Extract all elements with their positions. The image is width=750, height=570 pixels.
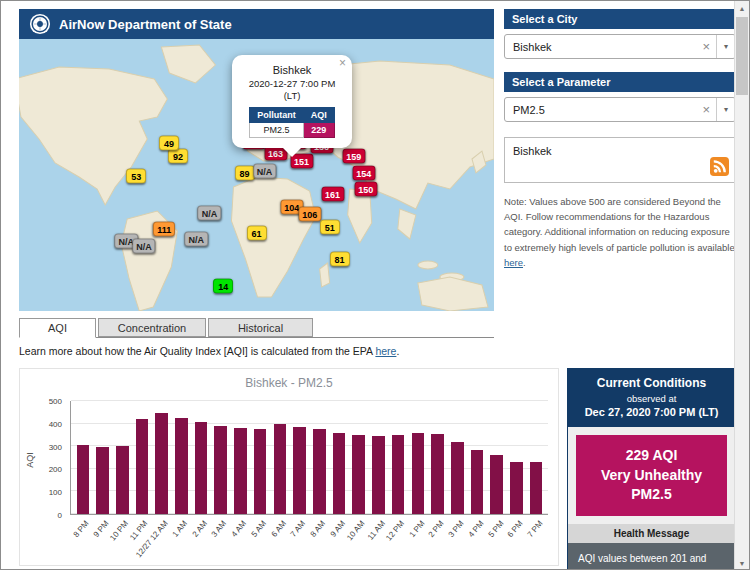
rss-box: Bishkek bbox=[504, 137, 736, 183]
popup-close-icon[interactable]: × bbox=[339, 57, 346, 69]
city-clear-icon[interactable]: × bbox=[696, 39, 716, 54]
x-axis-tick-label: 7 PM bbox=[526, 519, 545, 539]
aqi-badge-pollutant: PM2.5 bbox=[580, 485, 723, 505]
aqi-marker[interactable]: 154 bbox=[352, 166, 375, 181]
chart-bar[interactable] bbox=[510, 462, 523, 514]
dos-seal-icon bbox=[29, 13, 51, 35]
chart-bar[interactable] bbox=[333, 433, 346, 514]
aqi-marker[interactable]: 111 bbox=[153, 222, 175, 237]
note-suffix: . bbox=[523, 257, 526, 268]
x-axis-tick-label: 3 AM bbox=[210, 519, 229, 539]
aqi-marker[interactable]: N/A bbox=[184, 231, 208, 246]
chart-yaxis: 0100200300400500 bbox=[38, 401, 66, 515]
aqi-marker[interactable]: 81 bbox=[330, 252, 350, 267]
city-dropdown-arrow-icon[interactable]: ▾ bbox=[716, 35, 735, 58]
tab-historical[interactable]: Historical bbox=[208, 318, 313, 337]
popup-aqi-value: 229 bbox=[303, 122, 334, 137]
rss-icon[interactable] bbox=[710, 157, 729, 176]
aqi-marker[interactable]: 61 bbox=[247, 225, 267, 240]
popup-table: Pollutant AQI PM2.5 229 bbox=[249, 107, 335, 138]
x-axis-tick-label: 1 AM bbox=[170, 519, 189, 539]
note-link[interactable]: here bbox=[504, 257, 523, 268]
sidebar: Select a City Bishkek × ▾ Select a Param… bbox=[504, 9, 736, 357]
content: AirNow Department of State bbox=[19, 9, 736, 570]
aqi-marker[interactable]: 159 bbox=[342, 148, 365, 163]
parameter-select[interactable]: PM2.5 × ▾ bbox=[504, 97, 736, 122]
popup-pollutant-value: PM2.5 bbox=[250, 122, 304, 137]
aqi-marker[interactable]: 89 bbox=[235, 166, 255, 181]
x-axis-tick-label: 3 PM bbox=[447, 519, 466, 539]
parameter-select-value: PM2.5 bbox=[513, 104, 696, 116]
aqi-marker[interactable]: 161 bbox=[321, 187, 344, 202]
observed-at-datetime: Dec 27, 2020 7:00 PM (LT) bbox=[572, 406, 731, 418]
city-select[interactable]: Bishkek × ▾ bbox=[504, 34, 736, 59]
popup-datetime-line2: (LT) bbox=[238, 90, 346, 102]
aqi-badge-category: Very Unhealthy bbox=[580, 466, 723, 486]
city-select-value: Bishkek bbox=[513, 41, 696, 53]
chart-bar[interactable] bbox=[372, 436, 385, 514]
aqi-marker[interactable]: 14 bbox=[213, 278, 233, 293]
parameter-clear-icon[interactable]: × bbox=[696, 102, 716, 117]
chart-bar[interactable] bbox=[77, 445, 90, 514]
current-conditions-panel: Current Conditions observed at Dec 27, 2… bbox=[567, 368, 736, 570]
aqi-marker[interactable]: N/A bbox=[253, 163, 277, 178]
chart-bar[interactable] bbox=[136, 419, 149, 514]
learn-more-suffix: . bbox=[396, 345, 399, 357]
scrollbar-track[interactable]: ▲ ▼ bbox=[734, 1, 749, 570]
chart-bar[interactable] bbox=[471, 450, 484, 514]
health-message-text: AQI values between 201 and 300 trigger a… bbox=[568, 543, 735, 570]
chart-bar[interactable] bbox=[412, 433, 425, 514]
world-map[interactable]: 539249N/AN/A11189N/A158163169151156N/AN/… bbox=[19, 39, 494, 311]
parameter-dropdown-arrow-icon[interactable]: ▾ bbox=[716, 98, 735, 121]
popup-col-pollutant: Pollutant bbox=[250, 107, 304, 122]
aqi-marker[interactable]: 49 bbox=[159, 135, 179, 150]
chart-bar[interactable] bbox=[234, 428, 247, 514]
x-axis-tick-label: 2 AM bbox=[190, 519, 209, 539]
chart-bar[interactable] bbox=[392, 435, 405, 514]
y-axis-tick-label: 400 bbox=[49, 419, 62, 428]
chart-bar[interactable] bbox=[451, 442, 464, 514]
rss-city-label: Bishkek bbox=[513, 145, 552, 157]
chart-bar[interactable] bbox=[490, 455, 503, 514]
tab-bar: AQI Concentration Historical bbox=[19, 318, 494, 338]
chart-bar[interactable] bbox=[195, 422, 208, 514]
chart-bar[interactable] bbox=[274, 424, 287, 514]
note-prefix: Note: Values above 500 are considered Be… bbox=[504, 196, 735, 253]
parameter-select-header: Select a Parameter bbox=[504, 72, 736, 92]
scroll-down-icon[interactable]: ▼ bbox=[735, 556, 749, 570]
city-select-header: Select a City bbox=[504, 9, 736, 29]
chart-bar[interactable] bbox=[293, 427, 306, 514]
y-axis-tick-label: 0 bbox=[58, 511, 62, 520]
tab-concentration[interactable]: Concentration bbox=[98, 318, 206, 337]
scroll-up-icon[interactable]: ▲ bbox=[735, 1, 749, 16]
tab-aqi[interactable]: AQI bbox=[19, 318, 96, 338]
x-axis-tick-label: 10 AM bbox=[345, 519, 366, 542]
x-axis-tick-label: 5 PM bbox=[486, 519, 505, 539]
scrollbar-thumb[interactable] bbox=[736, 17, 748, 95]
chart-bar[interactable] bbox=[175, 418, 188, 514]
chart-bar[interactable] bbox=[155, 413, 168, 514]
x-axis-tick-label: 5 AM bbox=[249, 519, 268, 539]
chart-bar[interactable] bbox=[254, 429, 267, 514]
health-message-label: Health Message bbox=[568, 524, 735, 543]
chart-bar[interactable] bbox=[530, 462, 543, 514]
aqi-marker[interactable]: 53 bbox=[126, 169, 146, 184]
aqi-marker[interactable]: 51 bbox=[320, 219, 340, 234]
y-axis-tick-label: 300 bbox=[49, 442, 62, 451]
epa-link[interactable]: here bbox=[375, 345, 396, 357]
x-axis-tick-label: 8 PM bbox=[71, 519, 90, 539]
x-axis-tick-label: 4 PM bbox=[466, 519, 485, 539]
aqi-marker[interactable]: 106 bbox=[298, 206, 321, 221]
page: AirNow Department of State bbox=[0, 0, 750, 570]
chart-bar[interactable] bbox=[431, 434, 444, 514]
left-column: AirNow Department of State bbox=[19, 9, 494, 357]
chart-bar[interactable] bbox=[96, 447, 109, 514]
chart-bar[interactable] bbox=[214, 426, 227, 514]
aqi-marker[interactable]: N/A bbox=[198, 206, 222, 221]
popup-col-aqi: AQI bbox=[303, 107, 334, 122]
aqi-marker[interactable]: 150 bbox=[354, 181, 377, 196]
chart-bar[interactable] bbox=[352, 435, 365, 514]
aqi-marker[interactable]: N/A bbox=[132, 238, 156, 253]
chart-bar[interactable] bbox=[116, 446, 129, 514]
chart-bar[interactable] bbox=[313, 429, 326, 514]
